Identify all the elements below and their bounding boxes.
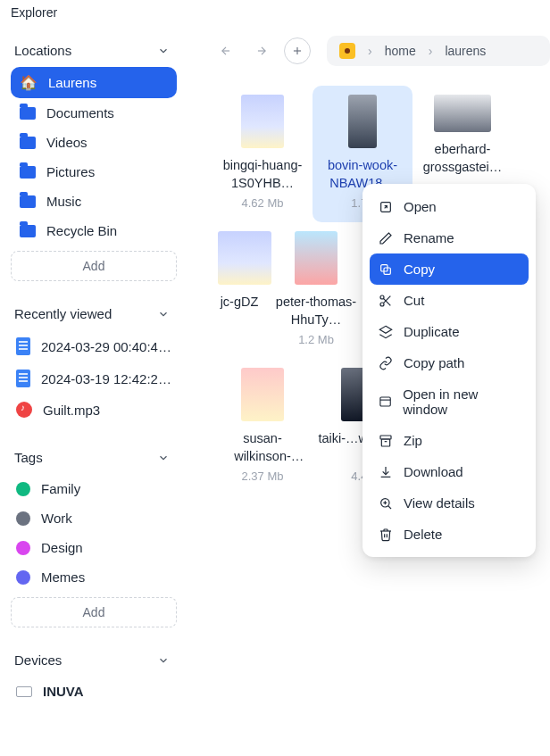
nav-back-button[interactable] [212,37,239,64]
tag-color-dot [16,570,30,585]
sidebar-item-label: Music [46,194,81,209]
pencil-icon [379,231,393,245]
folder-icon [20,166,36,179]
devices-header[interactable]: Devices [11,644,177,677]
new-button[interactable] [284,37,311,64]
plus-icon [291,45,304,57]
folder-icon [20,107,36,120]
chevron-down-icon [157,654,170,667]
sidebar-item-documents[interactable]: Documents [11,98,177,128]
file-size: 2.37 Mb [218,469,307,483]
chevron-down-icon [157,45,170,57]
nav-forward-button[interactable] [248,37,275,64]
text-file-icon [16,337,30,355]
sidebar: Locations 🏠LaurensDocumentsVideosPicture… [0,29,188,756]
home-icon: 🏠 [20,74,38,91]
audio-icon [16,402,32,418]
zoom-icon [379,496,393,511]
arrow-right-icon [255,45,268,57]
archive-icon [379,434,393,448]
sidebar-item-label: Laurens [48,75,96,90]
context-menu: OpenRenameCopyCutDuplicateCopy pathOpen … [362,184,536,557]
svg-point-7 [380,295,384,299]
scissors-icon [379,294,393,308]
device-item[interactable]: INUVA [11,677,177,706]
recent-item[interactable]: Guilt.mp3 [11,395,177,425]
ctx-item-label: Zip [404,433,422,448]
ctx-delete[interactable]: Delete [370,519,529,550]
arrow-left-icon [220,45,232,57]
chevron-down-icon [157,452,170,464]
sidebar-item-videos[interactable]: Videos [11,128,177,157]
recent-item-label: 2024-03-29 00:40:4… [41,339,171,354]
ctx-duplicate[interactable]: Duplicate [370,316,529,347]
sidebar-item-recycle-bin[interactable]: Recycle Bin [11,216,177,245]
sidebar-item-pictures[interactable]: Pictures [11,157,177,187]
breadcrumb-part[interactable]: laurens [445,44,486,58]
copy-icon [379,262,393,277]
link-icon [379,356,393,370]
breadcrumb[interactable]: › home › laurens [327,36,550,66]
window-icon [379,395,392,409]
file-name: bingqi-huang-1S0YHB… [218,157,307,193]
folder-icon [20,225,36,237]
recent-item[interactable]: 2024-03-19 12:42:2… [11,362,177,395]
recent-header[interactable]: Recently viewed [11,297,177,330]
tags-header[interactable]: Tags [11,441,177,474]
chevron-right-icon: › [368,44,372,58]
svg-rect-12 [380,397,390,406]
sidebar-item-label: Recycle Bin [46,223,117,238]
recent-item[interactable]: 2024-03-29 00:40:4… [11,330,177,362]
ctx-zip[interactable]: Zip [370,425,529,456]
text-file-icon [16,370,30,387]
file-card[interactable]: susan-wilkinson-ocQ…2.37 Mb [212,359,312,495]
sidebar-item-laurens[interactable]: 🏠Laurens [11,67,177,98]
locations-add-button[interactable]: Add [11,251,177,281]
tags-title: Tags [14,450,43,465]
svg-line-19 [388,505,391,508]
breadcrumb-part[interactable]: home [385,44,416,58]
file-card[interactable]: peter-thomas-HhuTy…1.2 Mb [266,222,366,359]
file-thumbnail [348,95,377,148]
ctx-item-label: Copy [404,262,435,277]
ctx-copy-path[interactable]: Copy path [370,347,529,378]
sidebar-item-label: Documents [46,105,114,120]
tags-add-button[interactable]: Add [11,597,177,627]
recent-item-label: Guilt.mp3 [43,403,100,418]
file-size: 1.2 Mb [271,333,361,346]
device-label: INUVA [43,684,84,699]
device-icon [16,686,32,697]
chevron-down-icon [157,308,170,320]
ctx-item-label: Rename [404,230,454,245]
tag-label: Family [41,481,80,496]
ctx-item-label: Open [404,199,437,214]
ctx-view-details[interactable]: View details [370,487,529,519]
file-name: eberhard-grossgastei… [418,141,507,177]
file-name: susan-wilkinson-ocQ… [218,430,307,466]
ctx-item-label: Duplicate [404,324,460,339]
file-thumbnail [434,95,491,132]
tag-label: Work [41,511,72,526]
tag-label: Design [41,540,83,555]
sidebar-item-music[interactable]: Music [11,187,177,216]
svg-point-8 [380,303,384,306]
file-thumbnail [241,95,284,148]
tag-item-work[interactable]: Work [11,503,177,533]
ctx-download[interactable]: Download [370,456,529,487]
ctx-cut[interactable]: Cut [370,285,529,316]
file-name: jc-gDZ [218,294,261,329]
file-card[interactable]: jc-gDZ [212,222,266,359]
tag-item-design[interactable]: Design [11,533,177,562]
ctx-open-in-new-window[interactable]: Open in new window [370,378,529,425]
tag-item-family[interactable]: Family [11,474,177,503]
file-name: peter-thomas-HhuTy… [271,294,361,329]
ctx-open[interactable]: Open [370,191,529,222]
ctx-copy[interactable]: Copy [370,253,529,285]
devices-title: Devices [14,652,62,668]
ctx-rename[interactable]: Rename [370,222,529,253]
tag-item-memes[interactable]: Memes [11,562,177,592]
svg-marker-11 [379,326,391,333]
folder-icon [20,137,36,149]
locations-header[interactable]: Locations [11,34,177,67]
file-card[interactable]: bingqi-huang-1S0YHB…4.62 Mb [212,86,312,222]
